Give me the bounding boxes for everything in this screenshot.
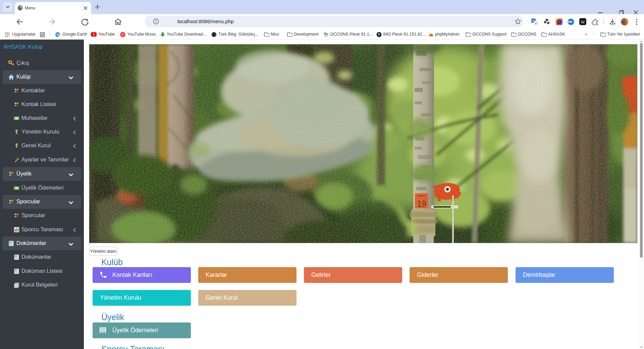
svg-text:a: a (535, 21, 537, 25)
svg-text:PMA: PMA (430, 35, 433, 36)
svg-text:P: P (378, 33, 380, 37)
svg-text:W: W (581, 20, 585, 24)
